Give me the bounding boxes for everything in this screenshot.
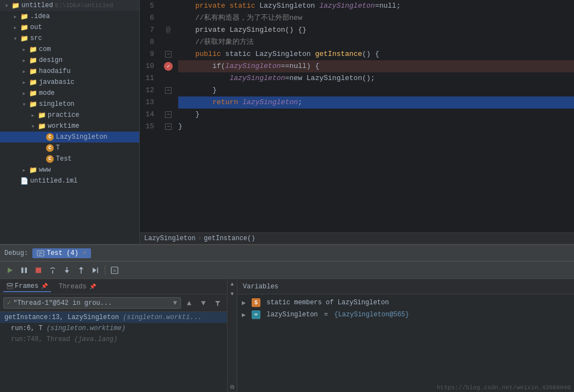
frames-list: getInstance:13, LazySingleton (singleton… xyxy=(0,312,227,392)
toolbar-sep xyxy=(105,265,105,275)
step-into-button[interactable] xyxy=(60,264,73,277)
tab-frames[interactable]: Frames 📌 xyxy=(3,281,51,292)
line-num-9: 9 xyxy=(140,48,157,60)
code-line-15: } xyxy=(178,121,574,133)
gutter-15 xyxy=(162,121,175,133)
folder-icon-practice: 📁 xyxy=(37,111,46,120)
pause-button[interactable] xyxy=(18,264,31,277)
eq-5: =null; xyxy=(375,0,401,12)
folder-icon-src: 📁 xyxy=(20,34,29,43)
semi-13: ; xyxy=(298,96,302,109)
gutter-10 xyxy=(162,60,175,72)
spaces-7 xyxy=(178,24,195,36)
sidebar-item-practice[interactable]: 📁 practice xyxy=(0,110,139,121)
sidebar-item-untitled[interactable]: 📁 untitled E:\IDEA\untitled xyxy=(0,0,139,11)
frames-pin-icon: 📌 xyxy=(41,283,48,289)
svg-marker-4 xyxy=(8,268,13,273)
sidebar-item-lazysingleton[interactable]: C LazySingleton xyxy=(0,132,139,143)
breadcrumb-method: getInstance() xyxy=(204,235,255,242)
sidebar-item-idea[interactable]: 📁 .idea xyxy=(0,11,139,22)
panel-scroll-btns: ▲ ▼ ⧉ xyxy=(228,279,237,392)
folder-icon-javabasic: 📁 xyxy=(29,78,37,87)
sidebar-item-t[interactable]: C T xyxy=(0,143,139,154)
var-item-lazysingleton[interactable]: ▶ ∞ lazySingleton = {LazySingleton@565} xyxy=(237,309,574,321)
frame-pkg-2: (java.lang) xyxy=(74,336,117,343)
var-lazy-value: {LazySingleton@565} xyxy=(334,311,409,319)
var-lazy-name: lazySingleton xyxy=(263,311,318,319)
line-num-14: 14 xyxy=(140,109,157,121)
annotation-private-7: private LazySingleton() {} xyxy=(195,24,306,36)
frames-tab-label: Frames xyxy=(15,282,38,290)
tree-arrow-www xyxy=(20,166,29,174)
sidebar-label-worktime: worktime xyxy=(48,122,79,130)
code-line-14: } xyxy=(178,109,574,121)
breadcrumb-sep: › xyxy=(198,235,202,242)
tree-arrow-design xyxy=(20,56,29,65)
kw-return-13: return xyxy=(212,96,238,109)
code-line-6: //私有构造器，为了不让外部new xyxy=(178,12,574,24)
resume-button[interactable] xyxy=(3,264,16,277)
stop-button[interactable] xyxy=(32,264,45,277)
gutter-8 xyxy=(162,36,175,48)
sidebar-item-src[interactable]: 📁 src xyxy=(0,33,139,44)
sidebar-item-mode[interactable]: 📁 mode xyxy=(0,88,139,99)
sidebar-item-iml[interactable]: 📄 untitled.iml xyxy=(0,175,139,186)
sidebar-item-www[interactable]: 📁 www xyxy=(0,164,139,175)
thread-up-button[interactable]: ▲ xyxy=(183,297,195,309)
sidebar-item-design[interactable]: 📁 design xyxy=(0,55,139,66)
step-out-button[interactable] xyxy=(75,264,88,277)
frame-item-2[interactable]: run:748, Thread (java.lang) xyxy=(0,334,227,345)
evaluate-button[interactable]: = xyxy=(108,264,121,277)
sidebar-item-haodaifu[interactable]: 📁 haodaifu xyxy=(0,66,139,77)
run-to-cursor-button[interactable] xyxy=(89,264,102,277)
sidebar-item-test[interactable]: C Test xyxy=(0,154,139,164)
space-13 xyxy=(238,96,242,109)
sidebar-item-out[interactable]: 📁 out xyxy=(0,22,139,33)
spaces-11 xyxy=(178,72,230,84)
thread-filter-button[interactable] xyxy=(212,297,224,309)
code-lines: 5 6 7 8 9 10 11 12 13 14 15 xyxy=(140,0,574,232)
tree-leaf-t xyxy=(37,144,46,152)
comment-6: //私有构造器，为了不让外部new xyxy=(178,12,302,24)
frame-pkg-0: (singleton.workti... xyxy=(123,314,202,321)
sidebar-item-singleton[interactable]: 📁 singleton xyxy=(0,99,139,110)
annotation-at-icon: @ xyxy=(166,26,171,35)
var-static-label: static members of LazySingleton xyxy=(263,299,389,306)
var-icon-static: S xyxy=(252,298,260,307)
var-item-static[interactable]: ▶ S static members of LazySingleton xyxy=(237,297,574,309)
frame-method-0: getInstance:13, LazySingleton xyxy=(4,314,123,321)
var-arrow-lazy[interactable]: ▶ xyxy=(242,311,249,319)
scroll-up-btn[interactable]: ▲ xyxy=(228,279,237,289)
editor: 5 6 7 8 9 10 11 12 13 14 15 xyxy=(140,0,574,244)
sidebar-item-javabasic[interactable]: 📁 javabasic xyxy=(0,77,139,88)
thread-dropdown[interactable]: ✓ "Thread-1"@542 in grou... ▼ xyxy=(3,297,181,309)
sidebar-item-com[interactable]: 📁 com xyxy=(0,44,139,55)
debug-tab-test[interactable]: Test (4) × xyxy=(32,248,91,258)
fold-arrow-12[interactable] xyxy=(165,87,172,94)
debug-tab-close[interactable]: × xyxy=(83,249,87,257)
fold-arrow-15[interactable] xyxy=(165,123,172,130)
scroll-down-btn[interactable]: ▼ xyxy=(228,289,237,299)
threads-tab-label: Threads xyxy=(59,283,86,291)
sidebar-label-singleton: singleton xyxy=(39,100,75,108)
kw-private-5: private xyxy=(178,0,230,12)
thread-down-button[interactable]: ▼ xyxy=(197,297,209,309)
var-lazysingleton-5: lazySingleton xyxy=(319,0,374,12)
breakpoint-10[interactable] xyxy=(164,62,173,71)
line-num-10: 10 xyxy=(140,60,157,72)
tab-threads[interactable]: Threads 📌 xyxy=(55,282,99,292)
fold-arrow-9[interactable] xyxy=(165,51,172,58)
scroll-copy-btn[interactable]: ⧉ xyxy=(228,382,237,392)
fold-arrow-14[interactable] xyxy=(165,111,172,118)
step-over-button[interactable] xyxy=(46,264,59,277)
frame-item-0[interactable]: getInstance:13, LazySingleton (singleton… xyxy=(0,312,227,323)
frame-item-1[interactable]: run:6, T (singleton.worktime) xyxy=(0,323,227,334)
code-line-9: public static LazySingleton getInstance(… xyxy=(178,48,574,60)
code-line-12: } xyxy=(178,84,574,96)
sidebar-label-com: com xyxy=(39,46,51,53)
debug-tabs-bar: Debug: Test (4) × xyxy=(0,245,574,262)
folder-icon-singleton: 📁 xyxy=(29,100,37,109)
var-lazy-11: lazySingleton xyxy=(230,72,285,84)
var-arrow-static[interactable]: ▶ xyxy=(242,299,249,307)
sidebar-item-worktime[interactable]: 📁 worktime xyxy=(0,121,139,132)
